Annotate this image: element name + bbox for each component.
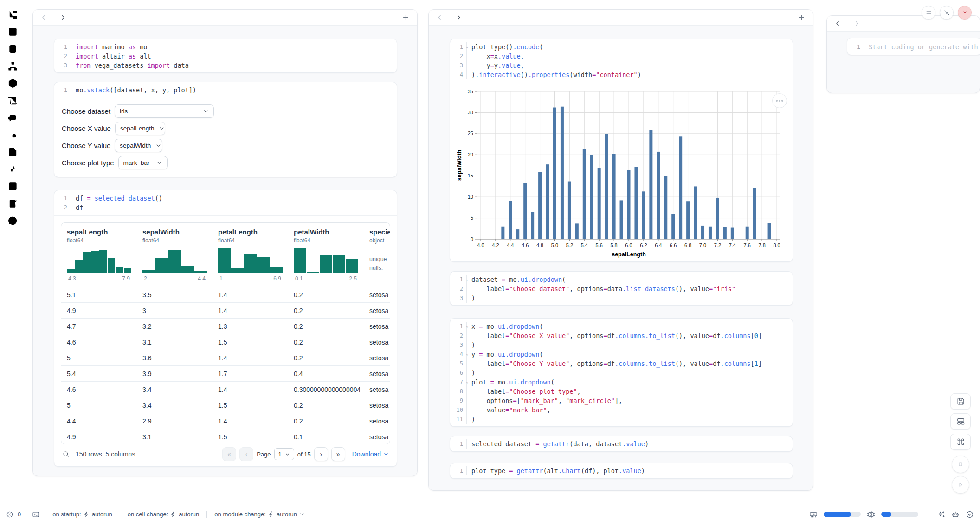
function-square-icon[interactable] xyxy=(7,26,18,37)
code-editor[interactable]: 1 Start coding or generate with AI xyxy=(847,38,980,55)
svg-text:7.0: 7.0 xyxy=(699,242,706,248)
fold-marker-icon[interactable]: ⌄ xyxy=(466,45,468,49)
table-cell: 1.7 xyxy=(213,370,288,378)
tracing-icon[interactable] xyxy=(7,164,18,175)
chevron-right-icon[interactable] xyxy=(455,14,462,21)
table-cell: 5 xyxy=(61,354,137,362)
column-dtype: float64 xyxy=(294,237,358,244)
document-icon[interactable] xyxy=(7,147,18,157)
fold-marker-icon[interactable]: ⌄ xyxy=(466,324,468,329)
column-header[interactable]: petalWidthfloat640.12.5 xyxy=(288,228,364,287)
column-histogram xyxy=(218,248,283,273)
add-cell-icon[interactable] xyxy=(798,13,806,21)
table-row: 4.63.11.50.2setosa xyxy=(61,334,390,350)
search-icon[interactable] xyxy=(62,450,70,458)
connection-status-icon[interactable] xyxy=(966,510,974,519)
dependency-graph-icon[interactable] xyxy=(7,61,18,72)
copilot-bot-icon[interactable] xyxy=(951,510,960,519)
column-name: petalLength xyxy=(218,228,283,236)
chevron-left-icon[interactable] xyxy=(40,14,47,21)
column-header[interactable]: sepalWidthfloat6424.4 xyxy=(137,228,213,287)
memory-usage-bar xyxy=(824,512,861,517)
chart-actions-button[interactable] xyxy=(772,93,787,108)
plot-type-select[interactable]: mark_bar xyxy=(118,156,168,169)
close-panel-button[interactable] xyxy=(958,6,972,20)
svg-text:5.2: 5.2 xyxy=(566,242,573,248)
help-icon[interactable] xyxy=(7,215,18,226)
keyboard-shortcuts-button[interactable] xyxy=(950,434,971,450)
settings-button[interactable] xyxy=(940,6,954,20)
save-notebook-button[interactable] xyxy=(950,393,971,410)
column-name: petalWidth xyxy=(294,228,358,236)
menu-icon xyxy=(925,9,932,16)
status-bar: 0 on startup: autorun on cell change: au… xyxy=(0,508,980,521)
code-editor[interactable]: 1df = selected_dataset()2df xyxy=(54,190,397,215)
line-number: 1⌄ xyxy=(450,322,467,331)
add-cell-icon[interactable] xyxy=(402,13,410,21)
code-editor[interactable]: 1import marimo as mo2import altair as al… xyxy=(54,39,397,73)
code-editor[interactable]: 1plot_type = getattr(alt.Chart(df), plot… xyxy=(450,463,793,478)
on-startup-mode[interactable]: on startup: autorun xyxy=(52,511,112,518)
prev-page-button[interactable]: ‹ xyxy=(239,447,253,461)
code-text: plot_type = getattr(alt.Chart(df), plot.… xyxy=(467,466,645,475)
column-header[interactable]: petalLengthfloat6416.9 xyxy=(213,228,288,287)
run-all-button[interactable] xyxy=(952,476,969,494)
last-page-button[interactable]: » xyxy=(331,447,345,461)
chart-bar xyxy=(627,170,631,239)
generate-with-ai-link[interactable]: generate xyxy=(929,43,959,51)
page-select[interactable]: 1 xyxy=(274,448,294,460)
fold-marker-icon[interactable]: ⌄ xyxy=(466,352,468,357)
code-line: 3) xyxy=(450,293,793,303)
download-button[interactable]: Download xyxy=(352,450,389,458)
column-header xyxy=(33,10,417,26)
chart-bar xyxy=(553,108,556,239)
cell-vstack: 1mo.vstack([dataset, x, y, plot]) Choose… xyxy=(54,82,397,177)
table-row: 4.931.40.2setosa xyxy=(61,302,390,318)
errors-icon[interactable] xyxy=(6,511,13,518)
next-page-button[interactable]: › xyxy=(314,447,328,461)
code-editor[interactable]: 1⌄x = mo.ui.dropdown(2 label="Choose X v… xyxy=(450,319,793,427)
chart-bar xyxy=(686,201,690,239)
cell-xy-plot-dropdowns: 1⌄x = mo.ui.dropdown(2 label="Choose X v… xyxy=(450,318,793,427)
on-cell-change-mode[interactable]: on cell change: autorun xyxy=(128,511,200,518)
code-line: 5 label="Choose Y value", options=df.col… xyxy=(450,359,793,368)
svg-text:5.0: 5.0 xyxy=(551,242,558,248)
code-line: 4⌄y = mo.ui.dropdown( xyxy=(450,350,793,359)
file-tree-icon[interactable] xyxy=(7,9,18,20)
chevron-left-icon[interactable] xyxy=(436,14,443,21)
layout-button[interactable] xyxy=(950,413,971,430)
chart-bar xyxy=(716,198,719,239)
menu-button[interactable] xyxy=(922,6,935,20)
dataset-select[interactable]: iris xyxy=(115,104,214,118)
code-editor[interactable]: 1mo.vstack([dataset, x, y, plot]) xyxy=(54,82,397,98)
fold-marker-icon[interactable]: ⌄ xyxy=(466,277,468,282)
dataframe-table: sepalLengthfloat644.37.9sepalWidthfloat6… xyxy=(61,222,390,444)
ai-sparkles-icon[interactable] xyxy=(937,510,945,519)
logs-icon[interactable] xyxy=(7,95,18,106)
database-icon[interactable] xyxy=(7,44,18,54)
chat-icon[interactable] xyxy=(7,112,18,123)
on-module-change-mode[interactable]: on module change: autorun xyxy=(214,511,305,518)
terminal-icon[interactable] xyxy=(32,511,39,518)
table-cell: 2.9 xyxy=(137,417,213,425)
svg-text:30: 30 xyxy=(468,110,473,115)
snippets-icon[interactable] xyxy=(7,181,18,192)
y-value-select[interactable]: sepalWidth xyxy=(115,139,162,152)
chevron-right-icon[interactable] xyxy=(59,14,66,21)
code-editor[interactable]: 1⌄plot_type().encode(2 x=x.value,3 y=y.v… xyxy=(450,39,793,83)
doc-search-icon[interactable] xyxy=(7,130,18,140)
interrupt-button[interactable] xyxy=(952,456,969,473)
first-page-button[interactable]: « xyxy=(222,447,236,461)
code-editor[interactable]: 1selected_dataset = getattr(data, datase… xyxy=(450,436,793,451)
line-number: 1 xyxy=(54,85,71,95)
chevron-left-icon[interactable] xyxy=(834,20,841,27)
table-cell: 3.5 xyxy=(137,291,213,299)
fold-marker-icon[interactable]: ⌄ xyxy=(466,380,468,384)
column-header[interactable]: sepalLengthfloat644.37.9 xyxy=(61,228,137,287)
package-icon[interactable] xyxy=(7,78,18,89)
column-header[interactable]: speciesobjectuniquenulls: xyxy=(364,228,390,287)
chevron-right-icon[interactable] xyxy=(853,20,860,27)
x-value-select[interactable]: sepalLength xyxy=(115,122,165,135)
scratchpad-icon[interactable] xyxy=(7,198,18,209)
code-editor[interactable]: 1⌄dataset = mo.ui.dropdown(2 label="Choo… xyxy=(450,272,793,306)
